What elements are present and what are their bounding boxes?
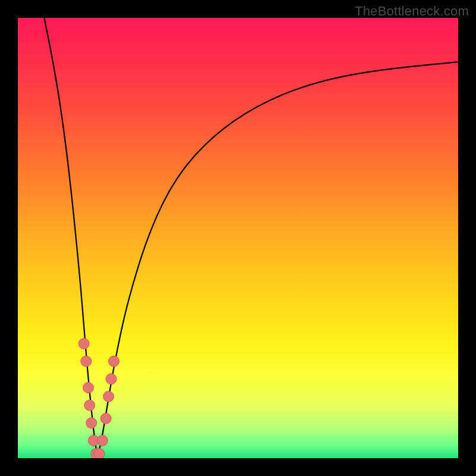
curve-dot [83, 383, 93, 393]
curve-dot [103, 391, 114, 402]
curve-dot [97, 435, 108, 446]
plot-area [18, 18, 458, 458]
curve-dot [108, 356, 119, 367]
curve-dot [94, 449, 105, 458]
chart-frame: TheBottleneck.com [0, 0, 476, 476]
curve-dot [84, 400, 95, 411]
watermark-text: TheBottleneck.com [355, 4, 469, 19]
curve-dot [101, 413, 111, 424]
curve-dot [86, 418, 97, 428]
bottleneck-curve [44, 18, 458, 452]
curve-dot [106, 374, 117, 384]
curve-dot [79, 339, 89, 349]
curve-dot [81, 356, 92, 367]
curve-dots [79, 339, 119, 458]
chart-overlay [18, 18, 458, 458]
